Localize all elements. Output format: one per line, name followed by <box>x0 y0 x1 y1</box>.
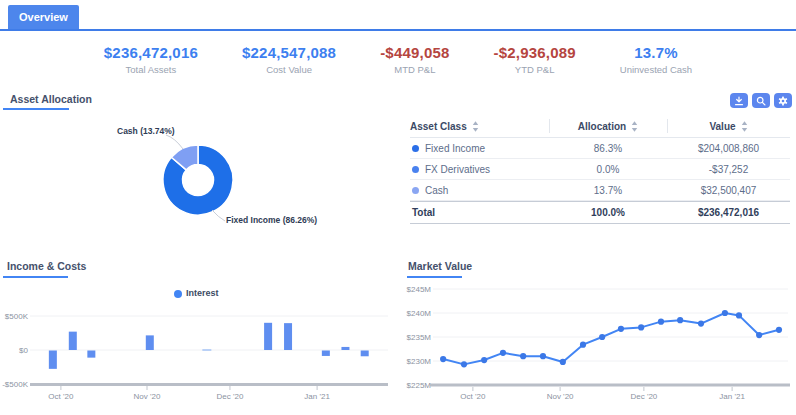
section-underline <box>3 108 69 110</box>
line-point[interactable] <box>722 310 728 316</box>
axis-tick-label: Dec '20 <box>217 392 244 401</box>
column-header-asset-class[interactable]: Asset Class <box>410 115 549 137</box>
cell-allocation: 0.0% <box>549 164 667 175</box>
legend-interest-label[interactable]: Interest <box>186 288 219 298</box>
line-point[interactable] <box>540 353 546 359</box>
table-row-total: Total 100.0% $236,472,016 <box>410 201 790 224</box>
line-point[interactable] <box>677 317 683 323</box>
asset-allocation-donut-chart <box>0 113 400 248</box>
tab-overview-label: Overview <box>19 11 68 23</box>
download-button[interactable] <box>730 93 748 108</box>
line-point[interactable] <box>500 350 506 356</box>
legend-interest-dot[interactable] <box>174 290 182 298</box>
axis-tick-label: $235M <box>407 333 432 342</box>
axis-tick-label: $0 <box>19 346 28 355</box>
cell-total-allocation: 100.0% <box>549 207 667 218</box>
axis-tick-label: Nov '20 <box>134 392 161 401</box>
bar[interactable] <box>284 323 292 350</box>
table-header-row: Asset Class Allocation Value <box>410 115 790 138</box>
table-row-fixed-income: Fixed Income 86.3% $204,008,860 <box>410 138 790 159</box>
cell-total-label: Total <box>410 207 549 218</box>
column-header-allocation[interactable]: Allocation <box>549 115 667 137</box>
cell-value: $32,500,407 <box>667 185 790 196</box>
cell-asset-class: Fixed Income <box>425 143 485 154</box>
bar[interactable] <box>202 349 211 351</box>
line-point[interactable] <box>520 353 526 359</box>
line-point[interactable] <box>580 342 586 348</box>
income-costs-bar-chart: $500K$0-$500KOct '20Nov '20Dec '20Jan '2… <box>0 300 400 415</box>
table-row-fx-derivatives: FX Derivatives 0.0% -$37,252 <box>410 159 790 180</box>
kpi-ytd-pnl: -$2,936,089 YTD P&L <box>494 44 576 75</box>
kpi-total-assets-value: $236,472,016 <box>104 44 198 61</box>
line-point[interactable] <box>658 319 664 325</box>
kpi-row: $236,472,016 Total Assets $224,547,088 C… <box>0 44 796 75</box>
cell-allocation: 13.7% <box>549 185 667 196</box>
line-point[interactable] <box>618 326 624 332</box>
bar[interactable] <box>49 351 57 369</box>
axis-tick-label: $245M <box>407 285 432 294</box>
bar[interactable] <box>69 332 77 350</box>
tab-bar-underline <box>0 29 796 31</box>
bar[interactable] <box>146 335 154 350</box>
kpi-uninvested-cash: 13.7% Uninvested Cash <box>620 44 692 75</box>
cell-value: $204,008,860 <box>667 143 790 154</box>
column-header-value[interactable]: Value <box>667 115 790 137</box>
sort-icon[interactable] <box>741 121 748 132</box>
section-underline <box>3 276 68 278</box>
kpi-ytd-pnl-value: -$2,936,089 <box>494 44 576 61</box>
column-header-asset-class-label: Asset Class <box>410 121 467 132</box>
bar[interactable] <box>264 323 272 350</box>
bar[interactable] <box>361 351 369 357</box>
line-point[interactable] <box>461 361 467 367</box>
axis-tick-label: Dec '20 <box>630 392 657 401</box>
line-point[interactable] <box>481 357 487 363</box>
donut-leader-cash <box>166 135 183 149</box>
asset-allocation-title: Asset Allocation <box>10 93 92 105</box>
column-header-value-label: Value <box>709 121 735 132</box>
section-underline <box>407 276 462 278</box>
market-value-line-chart: $245M$240M$235M$230M$225MOct '20Nov '20D… <box>400 280 796 415</box>
line-point[interactable] <box>638 324 644 330</box>
kpi-total-assets-label: Total Assets <box>104 64 198 75</box>
tab-bar: Overview <box>0 0 796 29</box>
tab-overview[interactable]: Overview <box>8 5 79 29</box>
bar[interactable] <box>341 347 349 350</box>
line-point[interactable] <box>560 359 566 365</box>
kpi-cost-value: $224,547,088 Cost Value <box>242 44 336 75</box>
kpi-mtd-pnl-value: -$449,058 <box>380 44 449 61</box>
cell-value: -$37,252 <box>667 164 790 175</box>
donut-label-fixed-income: Fixed Income (86.26%) <box>226 215 317 225</box>
line-point[interactable] <box>736 312 742 318</box>
bar[interactable] <box>87 351 95 358</box>
kpi-mtd-pnl: -$449,058 MTD P&L <box>380 44 449 75</box>
donut-label-cash: Cash (13.74%) <box>117 126 175 136</box>
axis-tick-label: Nov '20 <box>547 392 574 401</box>
settings-icon <box>778 96 788 106</box>
zoom-icon <box>756 96 766 106</box>
column-header-allocation-label: Allocation <box>578 121 626 132</box>
download-icon <box>734 96 744 106</box>
settings-button[interactable] <box>774 93 792 108</box>
kpi-uninvested-cash-label: Uninvested Cash <box>620 64 692 75</box>
market-value-title: Market Value <box>408 260 472 272</box>
line-point[interactable] <box>776 327 782 333</box>
market-value-line <box>443 313 779 364</box>
table-row-cash: Cash 13.7% $32,500,407 <box>410 180 790 201</box>
kpi-total-assets: $236,472,016 Total Assets <box>104 44 198 75</box>
line-point[interactable] <box>440 356 446 362</box>
series-dot <box>412 166 419 173</box>
axis-tick-label: Jan '21 <box>304 392 330 401</box>
line-point[interactable] <box>756 332 762 338</box>
line-point[interactable] <box>698 320 704 326</box>
sort-icon[interactable] <box>631 121 638 132</box>
bar[interactable] <box>322 351 330 356</box>
axis-tick-label: Jan '21 <box>719 392 745 401</box>
axis-tick-label: $500K <box>5 312 29 321</box>
sort-icon[interactable] <box>472 121 479 132</box>
series-dot <box>412 145 419 152</box>
axis-tick-label: Oct '20 <box>460 392 486 401</box>
kpi-mtd-pnl-label: MTD P&L <box>380 64 449 75</box>
kpi-uninvested-cash-value: 13.7% <box>620 44 692 61</box>
line-point[interactable] <box>599 334 605 340</box>
zoom-button[interactable] <box>752 93 770 108</box>
